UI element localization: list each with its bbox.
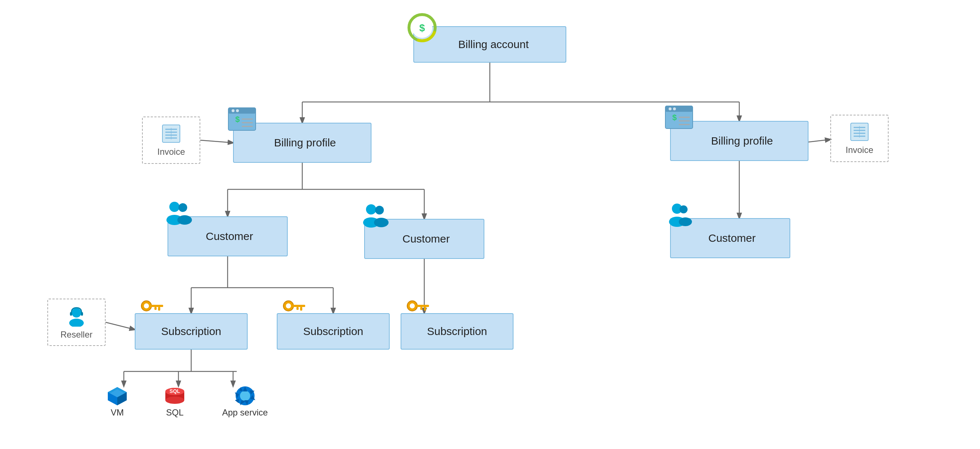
svg-point-49 (374, 218, 388, 227)
customer-3-icon (665, 201, 696, 227)
billing-account-icon: $ (407, 13, 437, 42)
svg-point-82 (69, 318, 84, 326)
billing-profile-left-node: $ Billing profile (233, 123, 371, 163)
subscription-1-key-icon (139, 298, 165, 317)
customer-1-icon (163, 199, 194, 225)
svg-rect-61 (292, 305, 305, 307)
invoice-left-box: Invoice (142, 116, 200, 164)
customer-1-node: Customer (167, 216, 288, 256)
svg-point-28 (232, 109, 234, 112)
svg-line-16 (106, 322, 135, 330)
svg-point-36 (669, 107, 671, 110)
svg-text:$: $ (419, 22, 425, 33)
billing-profile-left-icon: $ (226, 106, 259, 133)
svg-rect-63 (296, 307, 299, 310)
invoice-right-icon (849, 122, 870, 142)
svg-rect-58 (154, 307, 157, 310)
subscription-2-node: Subscription (277, 313, 390, 350)
app-service-icon (234, 385, 257, 406)
subscription-2-key-icon (281, 298, 307, 317)
svg-point-81 (72, 308, 81, 318)
svg-rect-56 (150, 305, 163, 307)
svg-point-37 (673, 107, 676, 110)
svg-point-42 (169, 202, 180, 212)
svg-rect-67 (424, 307, 426, 310)
svg-text:$: $ (672, 113, 677, 122)
svg-point-60 (286, 303, 291, 309)
sql-icon: SQL (163, 385, 186, 406)
billing-profile-right-node: $ Billing profile (670, 121, 808, 161)
sql-service: SQL SQL (163, 385, 186, 418)
svg-rect-66 (416, 305, 429, 307)
customer-3-node: Customer (670, 218, 790, 258)
vm-icon (106, 385, 129, 406)
vm-service: VM (106, 385, 129, 418)
svg-point-46 (366, 204, 376, 215)
svg-point-96 (240, 391, 250, 401)
svg-point-44 (178, 203, 187, 212)
svg-point-53 (679, 217, 692, 226)
svg-rect-84 (81, 312, 83, 316)
app-service: App service (222, 385, 268, 418)
reseller-icon (65, 305, 88, 326)
svg-line-14 (200, 140, 233, 143)
svg-rect-68 (420, 307, 422, 310)
subscription-3-node: Subscription (401, 313, 514, 350)
svg-text:SQL: SQL (170, 388, 180, 394)
subscription-3-key-icon (405, 298, 430, 317)
invoice-right-box: Invoice (830, 115, 889, 162)
svg-point-55 (144, 303, 149, 309)
billing-profile-right-icon: $ (663, 104, 696, 131)
svg-rect-57 (158, 307, 160, 310)
svg-point-45 (177, 215, 192, 224)
customer-2-node: Customer (364, 219, 484, 259)
svg-point-65 (410, 303, 415, 309)
svg-point-48 (375, 206, 384, 215)
svg-point-52 (679, 205, 687, 213)
svg-point-29 (236, 109, 239, 112)
connectors (0, 0, 980, 449)
svg-text:$: $ (235, 115, 240, 124)
svg-rect-83 (70, 312, 72, 316)
svg-line-15 (808, 140, 830, 142)
subscription-1-node: Subscription (135, 313, 248, 350)
customer-2-icon (360, 202, 390, 228)
invoice-left-icon (161, 123, 181, 144)
billing-account-node: $ Billing account (413, 26, 566, 63)
svg-point-92 (165, 396, 184, 404)
svg-rect-62 (300, 307, 302, 310)
diagram: $ Billing account $ Billing profile (0, 0, 980, 449)
reseller-box: Reseller (47, 299, 106, 346)
